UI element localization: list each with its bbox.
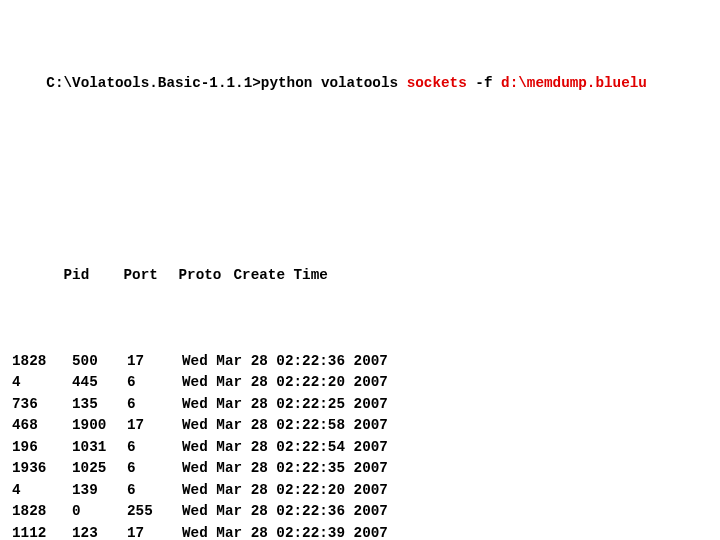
cell-pid: 1936 xyxy=(12,458,72,480)
cell-time: Wed Mar 28 02:22:36 2007 xyxy=(182,351,388,373)
cell-time: Wed Mar 28 02:22:58 2007 xyxy=(182,415,388,437)
prompt-line: C:\Volatools.Basic-1.1.1>python volatool… xyxy=(12,51,708,116)
table-row: 193610256Wed Mar 28 02:22:35 2007 xyxy=(12,458,708,480)
col-header-time: Create Time xyxy=(233,265,327,287)
cell-pid: 1828 xyxy=(12,351,72,373)
table-row: 18280255Wed Mar 28 02:22:36 2007 xyxy=(12,501,708,523)
cell-pid: 468 xyxy=(12,415,72,437)
cell-time: Wed Mar 28 02:22:20 2007 xyxy=(182,480,388,502)
cell-port: 500 xyxy=(72,351,127,373)
prompt-cmd: python volatools xyxy=(261,75,407,91)
cell-port: 1025 xyxy=(72,458,127,480)
prompt-flag: -f xyxy=(475,75,501,91)
cell-port: 1031 xyxy=(72,437,127,459)
prompt-cwd: C:\Volatools.Basic-1.1.1> xyxy=(46,75,261,91)
cell-proto: 6 xyxy=(127,458,182,480)
col-header-pid: Pid xyxy=(63,265,123,287)
cell-proto: 17 xyxy=(127,523,182,541)
col-header-port: Port xyxy=(123,265,178,287)
table-row: 111212317Wed Mar 28 02:22:39 2007 xyxy=(12,523,708,541)
cell-proto: 17 xyxy=(127,351,182,373)
cell-port: 135 xyxy=(72,394,127,416)
cell-port: 445 xyxy=(72,372,127,394)
cell-pid: 196 xyxy=(12,437,72,459)
cell-proto: 6 xyxy=(127,394,182,416)
table-row: 19610316Wed Mar 28 02:22:54 2007 xyxy=(12,437,708,459)
table-row: 7361356Wed Mar 28 02:22:25 2007 xyxy=(12,394,708,416)
cell-proto: 6 xyxy=(127,480,182,502)
cell-port: 123 xyxy=(72,523,127,541)
table-header-row: PidPortProtoCreate Time xyxy=(12,243,708,308)
cell-time: Wed Mar 28 02:22:54 2007 xyxy=(182,437,388,459)
col-header-proto: Proto xyxy=(178,265,233,287)
cell-time: Wed Mar 28 02:22:39 2007 xyxy=(182,523,388,541)
cell-pid: 1112 xyxy=(12,523,72,541)
table-row: 468190017Wed Mar 28 02:22:58 2007 xyxy=(12,415,708,437)
cell-pid: 4 xyxy=(12,480,72,502)
cell-proto: 17 xyxy=(127,415,182,437)
cell-pid: 1828 xyxy=(12,501,72,523)
cell-proto: 255 xyxy=(127,501,182,523)
cell-proto: 6 xyxy=(127,372,182,394)
cell-port: 139 xyxy=(72,480,127,502)
cell-pid: 4 xyxy=(12,372,72,394)
cell-port: 1900 xyxy=(72,415,127,437)
cell-time: Wed Mar 28 02:22:35 2007 xyxy=(182,458,388,480)
terminal-output: C:\Volatools.Basic-1.1.1>python volatool… xyxy=(0,0,720,540)
cell-time: Wed Mar 28 02:22:20 2007 xyxy=(182,372,388,394)
table-row: 182850017Wed Mar 28 02:22:36 2007 xyxy=(12,351,708,373)
cell-time: Wed Mar 28 02:22:25 2007 xyxy=(182,394,388,416)
prompt-subcmd: sockets xyxy=(407,75,476,91)
table-row: 41396Wed Mar 28 02:22:20 2007 xyxy=(12,480,708,502)
prompt-arg: d:\memdump.bluelu xyxy=(501,75,647,91)
cell-pid: 736 xyxy=(12,394,72,416)
cell-time: Wed Mar 28 02:22:36 2007 xyxy=(182,501,388,523)
table-row: 44456Wed Mar 28 02:22:20 2007 xyxy=(12,372,708,394)
cell-port: 0 xyxy=(72,501,127,523)
cell-proto: 6 xyxy=(127,437,182,459)
sockets-table: PidPortProtoCreate Time 182850017Wed Mar… xyxy=(12,200,708,540)
